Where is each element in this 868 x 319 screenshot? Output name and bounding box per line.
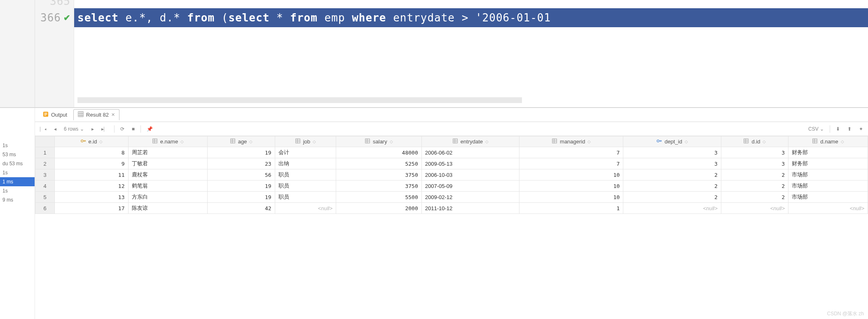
close-icon[interactable]: ✕: [111, 112, 115, 117]
exec-history-item[interactable]: 1s: [0, 141, 35, 150]
code-area[interactable]: select e.*, d.* from (select * from emp …: [74, 0, 868, 107]
cell[interactable]: 2: [623, 192, 721, 203]
sql-line[interactable]: select e.*, d.* from (select * from emp …: [74, 8, 868, 27]
table-row[interactable]: 412鹤笔翁19职员37502007-05-091022市场部: [35, 181, 868, 192]
cell[interactable]: 3: [721, 147, 788, 158]
export-format-dropdown[interactable]: CSV ⌄: [807, 125, 826, 133]
cell[interactable]: 市场部: [788, 192, 868, 203]
cell[interactable]: 42: [208, 203, 275, 214]
exec-history-item[interactable]: 9 ms: [0, 195, 35, 204]
cell[interactable]: 7: [519, 158, 623, 169]
cell[interactable]: 2000: [336, 203, 422, 214]
sort-icon[interactable]: ◇: [99, 139, 103, 144]
cell[interactable]: 职员: [275, 192, 336, 203]
cell[interactable]: 财务部: [788, 158, 868, 169]
cell[interactable]: 3: [623, 158, 721, 169]
cell[interactable]: 10: [519, 192, 623, 203]
result-grid[interactable]: e.id◇e.name◇age◇job◇salary◇entrydate◇man…: [35, 136, 868, 319]
column-header[interactable]: dept_id◇: [623, 136, 721, 147]
cell[interactable]: 5500: [336, 192, 422, 203]
cell[interactable]: 56: [208, 169, 275, 181]
cell[interactable]: 8: [55, 147, 128, 158]
cell[interactable]: 周芷若: [128, 147, 208, 158]
cell[interactable]: 陈友谅: [128, 203, 208, 214]
cell[interactable]: 2: [721, 181, 788, 192]
cell[interactable]: 市场部: [788, 181, 868, 192]
cell[interactable]: 12: [55, 181, 128, 192]
row-count-dropdown[interactable]: 6 rows ⌄: [62, 125, 86, 133]
first-page-icon[interactable]: ⎸◂: [38, 125, 48, 133]
cell[interactable]: 会计: [275, 147, 336, 158]
table-row[interactable]: 18周芷若19会计480002006-06-02733财务部: [35, 147, 868, 158]
settings-icon[interactable]: ✦: [857, 125, 865, 133]
column-header[interactable]: d.id◇: [721, 136, 788, 147]
cell[interactable]: 5250: [336, 158, 422, 169]
sort-icon[interactable]: ◇: [313, 139, 316, 144]
sort-icon[interactable]: ◇: [180, 139, 184, 144]
column-header[interactable]: e.name◇: [128, 136, 208, 147]
last-page-icon[interactable]: ▸⎸: [100, 125, 110, 133]
tab-result[interactable]: Result 82 ✕: [73, 109, 119, 120]
cell[interactable]: 19: [208, 181, 275, 192]
cell[interactable]: 19: [208, 147, 275, 158]
cell[interactable]: 10: [519, 169, 623, 181]
exec-history-item[interactable]: 1s: [0, 186, 35, 195]
cell[interactable]: 2: [623, 181, 721, 192]
sort-icon[interactable]: ◇: [841, 139, 844, 144]
cell[interactable]: 13: [55, 192, 128, 203]
sort-icon[interactable]: ◇: [587, 139, 591, 144]
cell[interactable]: <null>: [623, 203, 721, 214]
cell[interactable]: 23: [208, 158, 275, 169]
cell[interactable]: 方东白: [128, 192, 208, 203]
cell[interactable]: 出纳: [275, 158, 336, 169]
cell[interactable]: 2: [623, 169, 721, 181]
cell[interactable]: 丁敏君: [128, 158, 208, 169]
table-row[interactable]: 513方东白19职员55002009-02-121022市场部: [35, 192, 868, 203]
cell[interactable]: 3750: [336, 169, 422, 181]
cell[interactable]: 财务部: [788, 147, 868, 158]
exec-history-item[interactable]: du 53 ms: [0, 159, 35, 168]
cell[interactable]: 2006-06-02: [421, 147, 519, 158]
column-header[interactable]: e.id◇: [55, 136, 128, 147]
column-header[interactable]: job◇: [275, 136, 336, 147]
cell[interactable]: 7: [519, 147, 623, 158]
cell[interactable]: <null>: [788, 203, 868, 214]
cell[interactable]: 17: [55, 203, 128, 214]
prev-page-icon[interactable]: ◂: [52, 125, 58, 133]
cell[interactable]: 2007-05-09: [421, 181, 519, 192]
table-row[interactable]: 617陈友谅42<null>20002011-10-121<null><null…: [35, 203, 868, 214]
cell[interactable]: 职员: [275, 181, 336, 192]
table-row[interactable]: 29丁敏君23出纳52502009-05-13733财务部: [35, 158, 868, 169]
column-header[interactable]: salary◇: [336, 136, 422, 147]
cell[interactable]: 市场部: [788, 169, 868, 181]
sort-icon[interactable]: ◇: [249, 139, 253, 144]
cell[interactable]: 10: [519, 181, 623, 192]
download-icon[interactable]: ⬇: [834, 125, 842, 133]
exec-history-item[interactable]: 1s: [0, 168, 35, 177]
cell[interactable]: <null>: [721, 203, 788, 214]
cell[interactable]: <null>: [275, 203, 336, 214]
column-header[interactable]: age◇: [208, 136, 275, 147]
cell[interactable]: 19: [208, 192, 275, 203]
column-header[interactable]: entrydate◇: [421, 136, 519, 147]
cell[interactable]: 48000: [336, 147, 422, 158]
pin-icon[interactable]: 📌: [145, 125, 154, 133]
exec-history-item[interactable]: 1 ms: [0, 177, 35, 186]
sort-icon[interactable]: ◇: [390, 139, 393, 144]
sort-icon[interactable]: ◇: [485, 139, 489, 144]
cell[interactable]: 2: [721, 169, 788, 181]
cell[interactable]: 1: [519, 203, 623, 214]
column-header[interactable]: managerid◇: [519, 136, 623, 147]
sort-icon[interactable]: ◇: [685, 139, 688, 144]
exec-history-item[interactable]: 53 ms: [0, 150, 35, 159]
cell[interactable]: 9: [55, 158, 128, 169]
cell[interactable]: 鹿杖客: [128, 169, 208, 181]
cell[interactable]: 2011-10-12: [421, 203, 519, 214]
upload-icon[interactable]: ⬆: [846, 125, 853, 133]
cell[interactable]: 职员: [275, 169, 336, 181]
cell[interactable]: 11: [55, 169, 128, 181]
cell[interactable]: 2009-05-13: [421, 158, 519, 169]
cell[interactable]: 2006-10-03: [421, 169, 519, 181]
table-row[interactable]: 311鹿杖客56职员37502006-10-031022市场部: [35, 169, 868, 181]
cell[interactable]: 3: [623, 147, 721, 158]
